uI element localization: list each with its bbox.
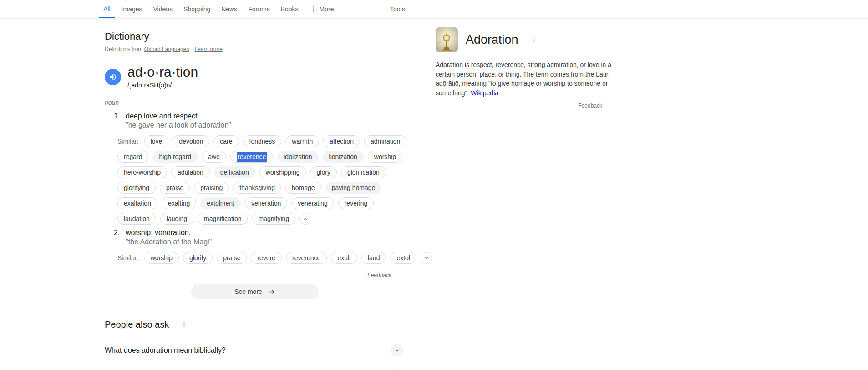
similar-chip[interactable]: devotion (173, 135, 209, 147)
similar-chip[interactable]: homage (285, 182, 321, 194)
similar-chip[interactable]: lauding (160, 213, 193, 225)
tab-news[interactable]: News (220, 0, 238, 18)
similar-chip[interactable]: glorifying (117, 182, 156, 194)
similar-chip[interactable]: praise (160, 182, 190, 194)
pronunciation[interactable]: /ˌadəˈrāSH(ə)n/ (127, 82, 198, 89)
similar-chip[interactable]: high regard (152, 151, 198, 163)
learn-more-link[interactable]: Learn more (194, 46, 222, 52)
chip-label: praising (200, 184, 223, 191)
similar-chip[interactable]: regard (117, 151, 148, 163)
knowledge-panel-header: Adoration (436, 27, 614, 52)
chip-label: worship (151, 254, 173, 262)
paa-rows: What does adoration mean biblically?What… (105, 338, 405, 370)
paa-question-row[interactable]: What does adoration mean biblically? (105, 338, 405, 363)
similar-chip[interactable]: lionization (323, 151, 364, 163)
similar-chip[interactable]: worshipping (259, 166, 306, 178)
see-more-button[interactable]: See more (191, 284, 319, 299)
similar-chip[interactable]: exalting (162, 197, 196, 209)
similar-chip[interactable]: extolment (200, 197, 241, 209)
knowledge-panel-feedback-link[interactable]: Feedback (436, 103, 614, 109)
dictionary-source-line: Definitions from Oxford Languages·Learn … (105, 46, 405, 52)
similar-chip[interactable]: praising (194, 182, 229, 194)
chip-label: venerating (298, 200, 327, 207)
similar-chip[interactable]: praise (217, 252, 247, 264)
speaker-icon (109, 73, 117, 81)
tab-images[interactable]: Images (121, 0, 143, 18)
tab-shopping[interactable]: Shopping (183, 0, 211, 18)
paa-question-row[interactable]: What does "adore" mean in the Bible? (105, 363, 405, 370)
pronounce-button[interactable] (105, 69, 121, 85)
knowledge-panel-title: Adoration (466, 33, 518, 47)
dictionary-feedback-link[interactable]: Feedback (105, 272, 405, 278)
definition-2-text: worship; veneration. (126, 228, 191, 237)
tab-videos[interactable]: Videos (152, 0, 173, 18)
similar-chip[interactable]: hero-worship (117, 166, 167, 178)
similar-chip[interactable]: admiration (364, 135, 406, 147)
similar-chip[interactable]: laud (361, 252, 386, 264)
similar-chip[interactable]: paying homage (325, 182, 382, 194)
similar-chip[interactable]: revere (251, 252, 282, 264)
similar-chip[interactable]: worship (368, 151, 402, 163)
similar-chip[interactable]: awe (202, 151, 226, 163)
tab-books[interactable]: Books (280, 0, 299, 18)
panel-divider (427, 18, 427, 124)
similar-chip[interactable]: reverence (230, 151, 273, 163)
paa-question-text: What does adoration mean biblically? (105, 346, 226, 355)
more-dots-icon (310, 5, 317, 13)
similar-chip[interactable]: idolization (277, 151, 318, 163)
chip-label: admiration (371, 138, 400, 145)
similar-chip[interactable]: extol (390, 252, 416, 264)
similar-chip[interactable]: glorification (341, 166, 386, 178)
oxford-languages-link[interactable]: Oxford Languages (144, 46, 189, 52)
similar-chip[interactable]: reverence (286, 252, 327, 264)
similar-chip[interactable]: fondness (243, 135, 282, 147)
similar-chip[interactable]: deification (214, 166, 255, 178)
similar-chip[interactable]: affection (323, 135, 360, 147)
chip-label: laudation (124, 215, 150, 222)
chip-label: glory (317, 169, 330, 176)
similar-chip[interactable]: venerating (291, 197, 334, 209)
paa-header: People also ask (105, 319, 405, 330)
knowledge-panel-menu-icon[interactable] (531, 36, 538, 43)
chip-label: revering (345, 200, 368, 207)
collapse-synonyms-button[interactable] (299, 213, 311, 225)
similar-chip[interactable]: glorify (183, 252, 213, 264)
chip-label: magnifying (258, 215, 289, 222)
tab-forums[interactable]: Forums (247, 0, 270, 18)
similar-chip[interactable]: revering (338, 197, 374, 209)
definition-1-text: deep love and respect. (126, 112, 199, 121)
similar-chip[interactable]: exalt (331, 252, 357, 264)
similar-chip[interactable]: magnifying (252, 213, 295, 225)
chip-label: veneration (251, 200, 281, 207)
definition-2-suffix: . (189, 229, 191, 236)
similar-chip[interactable]: adulation (171, 166, 210, 178)
similar-chip[interactable]: exaltation (117, 197, 157, 209)
similar-chip[interactable]: warmth (285, 135, 319, 147)
definition-1-line: 1. deep love and respect. (114, 112, 405, 121)
similar-chip[interactable]: worship (144, 252, 179, 264)
veneration-link[interactable]: veneration (155, 229, 189, 236)
similar-chip[interactable]: love (144, 135, 169, 147)
similar-chip[interactable]: laudation (117, 213, 156, 225)
expand-synonyms-button[interactable] (421, 252, 432, 264)
chip-label: lionization (329, 153, 357, 160)
similar-chip[interactable]: glory (310, 166, 337, 178)
chip-label: exalting (168, 200, 190, 207)
tab-more[interactable]: More (309, 0, 335, 18)
tab-all[interactable]: All (102, 0, 112, 18)
similar-chip[interactable]: care (213, 135, 239, 147)
chip-row-2: regardhigh regardawereverenceidolization… (117, 151, 405, 163)
tools-button[interactable]: Tools (390, 0, 405, 18)
similar-chip[interactable]: magnification (198, 213, 248, 225)
wikipedia-link[interactable]: Wikipedia (471, 89, 498, 97)
chevron-down-icon[interactable] (391, 344, 403, 357)
chip-label: worship (374, 153, 396, 160)
similar-chip[interactable]: veneration (245, 197, 287, 209)
adoration-thumbnail-image[interactable] (436, 27, 458, 52)
similar-chip[interactable]: thanksgiving (233, 182, 281, 194)
paa-menu-icon[interactable] (181, 321, 188, 328)
knowledge-panel: Adoration Adoration is respect, reverenc… (436, 27, 614, 109)
chip-label: deification (220, 169, 249, 176)
people-also-ask-section: People also ask What does adoration mean… (105, 319, 405, 370)
chip-label: worshipping (266, 169, 300, 176)
